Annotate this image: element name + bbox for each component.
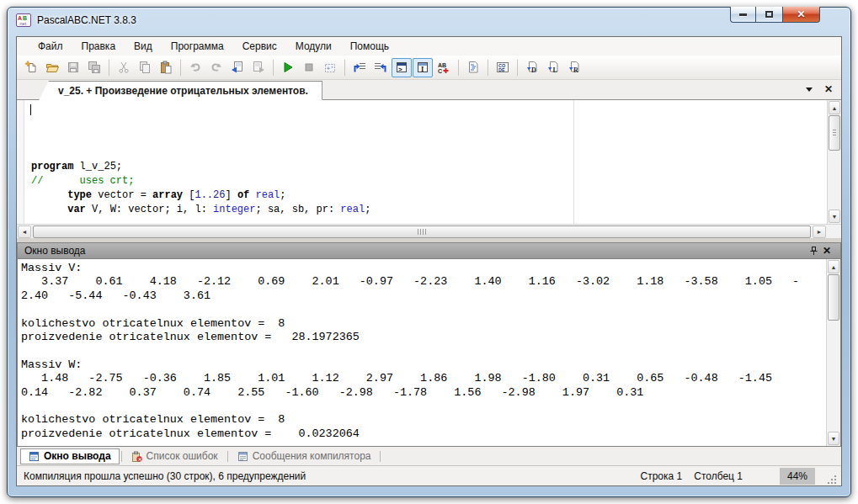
copy-button[interactable]	[135, 58, 155, 77]
save-all-button[interactable]	[84, 58, 104, 77]
snippet-d-button[interactable]: D	[522, 58, 542, 77]
title-bar: A B .net PascalABC.NET 3.8.3	[8, 8, 850, 34]
scroll-thumb[interactable]	[828, 274, 839, 321]
tab-list-dropdown-icon[interactable]	[806, 88, 813, 92]
svg-text:D: D	[531, 66, 536, 74]
resize-grip[interactable]	[827, 475, 838, 485]
code-template-button[interactable]: CODE	[493, 58, 513, 77]
snippet-l-button[interactable]: L	[543, 58, 563, 77]
menu-program[interactable]: Программа	[162, 38, 233, 55]
menu-help[interactable]: Помощь	[341, 38, 398, 55]
scroll-down-arrow[interactable]: ▼	[828, 432, 839, 445]
cut-icon	[117, 61, 131, 74]
output-line: 2.40 -5.44 -0.43 3.61	[21, 289, 826, 303]
undo-button[interactable]	[185, 58, 205, 77]
cut-button[interactable]	[114, 58, 134, 77]
output-line: 0.14 -2.82 0.37 0.74 2.55 -1.60 -2.98 -1…	[21, 386, 826, 400]
code-area[interactable]: program l_v_25;// uses crt; type vector …	[24, 100, 827, 224]
nav-forward-button[interactable]	[248, 58, 269, 77]
minimize-button[interactable]	[730, 7, 756, 23]
tab-close-icon[interactable]: ✕	[824, 84, 833, 94]
undo-icon	[189, 61, 202, 74]
app-window: A B .net PascalABC.NET 3.8.3 ✕ Файл Прав…	[7, 7, 851, 497]
input-window-toggle[interactable]: I	[413, 58, 433, 77]
redo-icon	[210, 61, 223, 74]
close-button[interactable]: ✕	[782, 7, 820, 23]
scroll-track[interactable]	[32, 225, 812, 238]
menu-edit[interactable]: Правка	[72, 38, 125, 55]
redo-button[interactable]	[206, 58, 226, 77]
format-document-button[interactable]	[463, 58, 483, 77]
scroll-right-arrow[interactable]: ►	[813, 225, 826, 238]
nav-back-button[interactable]	[227, 58, 248, 77]
tab-compiler-messages[interactable]: Сообщения компилятора	[230, 448, 379, 464]
menu-modules[interactable]: Модули	[286, 38, 341, 55]
code-completion-icon: ABC	[437, 61, 450, 74]
save-icon	[67, 61, 80, 74]
scroll-up-arrow[interactable]: ▲	[829, 101, 840, 114]
output-text-area[interactable]: Massiv V: 3.37 0.61 4.18 -2.12 0.69 2.01…	[18, 259, 826, 446]
zoom-level[interactable]: 44%	[780, 468, 815, 485]
tab-output-window[interactable]: Окно вывода	[20, 448, 120, 464]
output-close-button[interactable]: ✕	[820, 245, 834, 257]
output-line: kolichestvo otricatelnux elementov = 8	[21, 413, 826, 427]
bottom-tab-strip: Окно вывода ✕ Список ошибок Сообщения ко…	[17, 447, 841, 465]
open-folder-icon	[45, 61, 59, 74]
status-bar: Компиляция прошла успешно (30 строк), 6 …	[17, 465, 841, 485]
indent-step-icon	[352, 61, 367, 74]
compile-status-message: Компиляция прошла успешно (30 строк), 6 …	[24, 470, 641, 482]
maximize-button[interactable]	[756, 7, 782, 23]
menu-file[interactable]: Файл	[29, 38, 72, 55]
scroll-down-arrow[interactable]: ▼	[829, 210, 840, 223]
tab-separator	[227, 451, 228, 462]
output-window-icon	[29, 451, 40, 462]
paste-icon	[159, 61, 173, 74]
stop-icon	[302, 61, 316, 74]
tab-strip-controls: ✕	[806, 84, 833, 94]
compile-icon	[323, 61, 337, 74]
toolbar: > I ABC CODE D L R	[17, 56, 841, 80]
new-file-button[interactable]	[21, 58, 41, 77]
console-window-toggle[interactable]: >	[392, 58, 412, 77]
toolbar-separator	[273, 60, 274, 76]
status-column: Столбец 1	[694, 470, 743, 482]
scroll-left-arrow[interactable]: ◄	[18, 225, 31, 238]
scroll-track[interactable]	[827, 321, 840, 431]
code-completion-button[interactable]: ABC	[434, 58, 454, 77]
stop-button[interactable]	[299, 58, 319, 77]
scroll-thumb[interactable]	[33, 225, 811, 238]
open-file-button[interactable]	[42, 58, 62, 77]
caret-position: Строка 1 Столбец 1	[641, 470, 743, 482]
menu-view[interactable]: Вид	[125, 38, 162, 55]
scroll-thumb[interactable]	[829, 115, 840, 151]
svg-text:A: A	[18, 15, 22, 21]
outdent-step-button[interactable]	[370, 58, 391, 77]
input-window-icon: I	[416, 61, 429, 74]
svg-text:✕: ✕	[137, 457, 141, 462]
console-window-icon: >	[395, 61, 408, 74]
output-line: Massiv V:	[21, 262, 826, 275]
output-line: kolichestvo otricatelnux elementov = 8	[21, 317, 826, 331]
toolbar-separator	[458, 60, 459, 76]
menu-service[interactable]: Сервис	[233, 38, 286, 55]
indent-step-button[interactable]	[349, 58, 370, 77]
close-icon: ✕	[797, 9, 805, 19]
tab-error-list[interactable]: ✕ Список ошибок	[124, 448, 226, 464]
tab-label: Окно вывода	[44, 450, 111, 462]
output-line: 1.48 -2.75 -0.36 1.85 1.01 1.12 2.97 1.8…	[21, 372, 826, 385]
paste-button[interactable]	[156, 58, 176, 77]
pin-icon	[809, 246, 818, 256]
code-template-icon: CODE	[496, 61, 509, 74]
editor-tab[interactable]: v_25. + Произведение отрицательных элеме…	[39, 81, 322, 100]
snippet-r-button[interactable]: R	[564, 58, 584, 77]
scroll-track[interactable]	[828, 151, 841, 209]
code-editor: program l_v_25;// uses crt; type vector …	[17, 100, 841, 224]
scroll-up-arrow[interactable]: ▲	[828, 260, 839, 273]
pin-button[interactable]	[807, 245, 820, 257]
output-line	[21, 303, 826, 316]
output-line	[21, 400, 826, 413]
save-button[interactable]	[63, 58, 83, 77]
run-button[interactable]	[278, 58, 298, 77]
compile-button[interactable]	[320, 58, 340, 77]
svg-text:L: L	[553, 66, 557, 74]
